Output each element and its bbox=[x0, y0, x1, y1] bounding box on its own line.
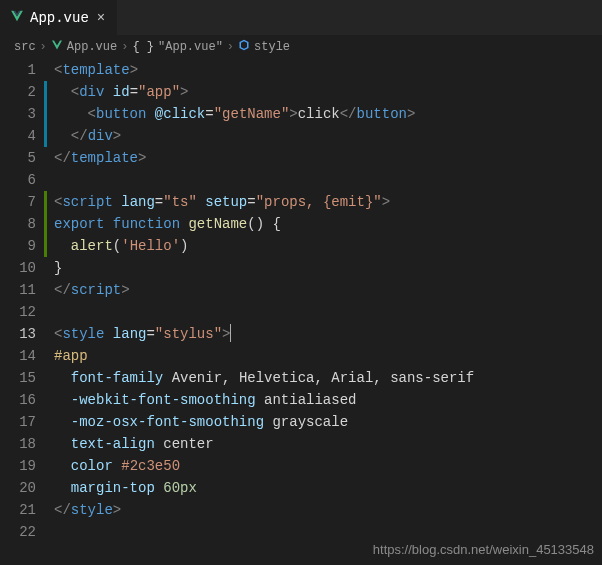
code-line[interactable] bbox=[54, 521, 602, 543]
line-number: 15 bbox=[0, 367, 36, 389]
line-number: 1 bbox=[0, 59, 36, 81]
line-number: 22 bbox=[0, 521, 36, 543]
code-line[interactable]: } bbox=[54, 257, 602, 279]
close-icon[interactable]: × bbox=[95, 10, 107, 26]
code-line[interactable]: </div> bbox=[54, 125, 602, 147]
code-line[interactable]: -webkit-font-smoothing antialiased bbox=[54, 389, 602, 411]
tab-filename: App.vue bbox=[30, 10, 89, 26]
braces-icon: { } bbox=[132, 40, 154, 54]
code-line[interactable] bbox=[54, 301, 602, 323]
chevron-right-icon: › bbox=[121, 40, 128, 54]
cursor bbox=[230, 324, 231, 342]
code-area[interactable]: <template> <div id="app"> <button @click… bbox=[54, 59, 602, 543]
code-line[interactable]: <script lang="ts" setup="props, {emit}"> bbox=[54, 191, 602, 213]
line-number: 17 bbox=[0, 411, 36, 433]
line-number: 6 bbox=[0, 169, 36, 191]
chevron-right-icon: › bbox=[40, 40, 47, 54]
symbol-icon bbox=[238, 39, 250, 55]
breadcrumb-section[interactable]: "App.vue" bbox=[158, 40, 223, 54]
line-number: 20 bbox=[0, 477, 36, 499]
line-number: 4 bbox=[0, 125, 36, 147]
code-line[interactable]: </template> bbox=[54, 147, 602, 169]
breadcrumb-folder[interactable]: src bbox=[14, 40, 36, 54]
line-number: 12 bbox=[0, 301, 36, 323]
line-number: 8 bbox=[0, 213, 36, 235]
line-number: 10 bbox=[0, 257, 36, 279]
watermark: https://blog.csdn.net/weixin_45133548 bbox=[373, 542, 594, 557]
file-tab[interactable]: App.vue × bbox=[0, 0, 118, 35]
line-number: 3 bbox=[0, 103, 36, 125]
code-line[interactable]: -moz-osx-font-smoothing grayscale bbox=[54, 411, 602, 433]
code-line[interactable]: text-align center bbox=[54, 433, 602, 455]
line-number: 14 bbox=[0, 345, 36, 367]
breadcrumb-file[interactable]: App.vue bbox=[67, 40, 117, 54]
vue-icon bbox=[10, 9, 24, 27]
vue-icon bbox=[51, 39, 63, 55]
code-line[interactable]: font-family Avenir, Helvetica, Arial, sa… bbox=[54, 367, 602, 389]
code-line[interactable]: <template> bbox=[54, 59, 602, 81]
line-number: 2 bbox=[0, 81, 36, 103]
line-number: 11 bbox=[0, 279, 36, 301]
line-number: 18 bbox=[0, 433, 36, 455]
line-number: 7 bbox=[0, 191, 36, 213]
code-line[interactable]: alert('Hello') bbox=[54, 235, 602, 257]
line-number: 21 bbox=[0, 499, 36, 521]
line-number: 19 bbox=[0, 455, 36, 477]
code-line[interactable]: <button @click="getName">click</button> bbox=[54, 103, 602, 125]
code-line[interactable]: color #2c3e50 bbox=[54, 455, 602, 477]
code-line[interactable] bbox=[54, 169, 602, 191]
code-line[interactable]: <style lang="stylus"> bbox=[54, 323, 602, 345]
code-line[interactable]: </script> bbox=[54, 279, 602, 301]
code-line[interactable]: <div id="app"> bbox=[54, 81, 602, 103]
line-number: 5 bbox=[0, 147, 36, 169]
line-number: 13 bbox=[0, 323, 36, 345]
code-line[interactable]: #app bbox=[54, 345, 602, 367]
tab-bar: App.vue × bbox=[0, 0, 602, 35]
breadcrumbs[interactable]: src › App.vue › { } "App.vue" › style bbox=[0, 35, 602, 59]
breadcrumb-symbol[interactable]: style bbox=[254, 40, 290, 54]
code-line[interactable]: export function getName() { bbox=[54, 213, 602, 235]
line-number: 9 bbox=[0, 235, 36, 257]
line-number: 16 bbox=[0, 389, 36, 411]
editor[interactable]: 12345678910111213141516171819202122 <tem… bbox=[0, 59, 602, 543]
code-line[interactable]: </style> bbox=[54, 499, 602, 521]
chevron-right-icon: › bbox=[227, 40, 234, 54]
code-line[interactable]: margin-top 60px bbox=[54, 477, 602, 499]
